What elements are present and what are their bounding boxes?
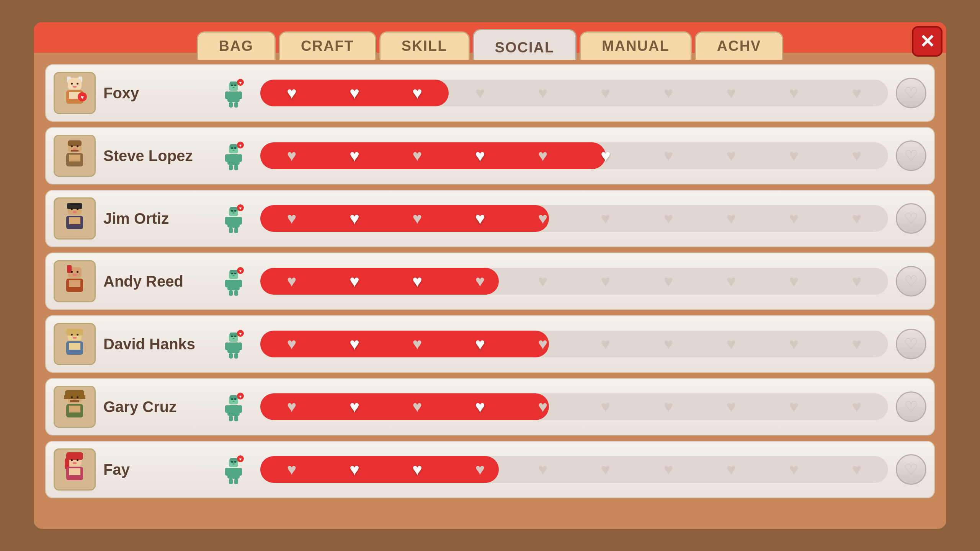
heart-slot-1: ♥: [260, 142, 323, 169]
gift-button-andy_reed[interactable]: ♡: [896, 266, 926, 297]
heart-empty: ♥: [789, 272, 799, 290]
heart-empty: ♥: [601, 460, 611, 479]
heart-slot-7: ♥: [637, 456, 700, 483]
heart-empty: ♥: [475, 460, 485, 479]
heart-empty: ♥: [538, 84, 548, 102]
heart-empty: ♥: [852, 460, 862, 479]
svg-rect-64: [71, 271, 73, 273]
npc-icon-andy_reed: ♥: [218, 264, 253, 298]
heart-slot-3: ♥: [386, 331, 449, 357]
svg-rect-16: [227, 91, 240, 102]
heart-slot-10: ♥: [825, 205, 888, 232]
character-name-foxy: Foxy: [103, 85, 211, 102]
svg-rect-65: [77, 271, 78, 273]
character-row-fay[interactable]: Fay ♥ ♥♥♥♥♥♥♥♥♥♥♡: [45, 441, 935, 498]
heart-filled: ♥: [412, 460, 422, 479]
svg-rect-66: [73, 274, 77, 276]
heart-slot-8: ♥: [700, 331, 763, 357]
heart-slot-2: ♥: [323, 142, 386, 169]
svg-rect-132: [234, 461, 236, 463]
heart-empty: ♥: [852, 272, 862, 290]
tab-manual[interactable]: MANUAL: [580, 31, 692, 60]
tab-bag[interactable]: BAG: [197, 31, 276, 60]
gift-button-jim_ortiz[interactable]: ♡: [896, 203, 926, 234]
svg-rect-12: [230, 82, 237, 86]
svg-rect-116: [238, 405, 242, 413]
character-row-gary_cruz[interactable]: Gary Cruz ♥ ♥♥♥♥♥♥♥♥♥♥♡: [45, 378, 935, 435]
gift-button-steve_lopez[interactable]: ♡: [896, 140, 926, 171]
tab-skill[interactable]: SKILL: [379, 31, 470, 60]
svg-rect-82: [66, 329, 83, 336]
svg-rect-97: [234, 353, 238, 359]
heart-slot-2: ♥: [323, 331, 386, 357]
affection-bar-fay: ♥♥♥♥♥♥♥♥♥♥: [260, 456, 888, 483]
affection-bar-jim_ortiz: ♥♥♥♥♥♥♥♥♥♥: [260, 205, 888, 232]
character-row-foxy[interactable]: ♥ Foxy ♥ ♥♥♥♥♥♥♥♥♥♥♡: [45, 64, 935, 122]
svg-rect-74: [227, 280, 240, 290]
heart-empty: ♥: [852, 147, 862, 165]
heart-slot-10: ♥: [825, 456, 888, 483]
svg-rect-51: [230, 207, 237, 212]
svg-rect-33: [231, 147, 233, 149]
heart-slot-5: ♥: [511, 456, 574, 483]
heart-filled: ♥: [350, 209, 359, 228]
heart-empty: ♥: [664, 460, 673, 479]
svg-rect-87: [69, 343, 80, 350]
heart-slot-6: ♥: [574, 80, 637, 106]
npc-icon-fay: ♥: [218, 452, 253, 487]
heart-filled: ♥: [475, 397, 485, 416]
svg-rect-114: [227, 405, 240, 416]
heart-slot-8: ♥: [700, 268, 763, 295]
avatar-foxy: ♥: [54, 72, 96, 114]
heart-filled: ♥: [412, 272, 422, 291]
svg-rect-54: [232, 212, 235, 214]
heart-empty: ♥: [789, 147, 799, 165]
gift-button-foxy[interactable]: ♡: [896, 78, 926, 108]
svg-rect-4: [71, 83, 73, 85]
gift-button-gary_cruz[interactable]: ♡: [896, 391, 926, 422]
heart-slot-8: ♥: [700, 456, 763, 483]
heart-empty: ♥: [852, 84, 862, 102]
heart-filled: ♥: [350, 334, 359, 354]
tab-social[interactable]: SOCIAL: [473, 29, 577, 60]
heart-slot-10: ♥: [825, 80, 888, 106]
character-row-steve_lopez[interactable]: Steve Lopez ♥ ♥♥♥♥♥♥♥♥♥♥♡: [45, 127, 935, 184]
gift-button-david_hanks[interactable]: ♡: [896, 329, 926, 359]
svg-rect-19: [229, 102, 233, 108]
svg-rect-44: [67, 203, 82, 209]
svg-rect-118: [234, 416, 238, 421]
heart-empty: ♥: [852, 398, 862, 416]
svg-rect-6: [73, 86, 77, 88]
svg-rect-130: [230, 458, 237, 463]
gift-button-fay[interactable]: ♡: [896, 454, 926, 485]
svg-rect-58: [229, 228, 233, 233]
tab-craft[interactable]: CRAFT: [279, 31, 376, 60]
character-row-andy_reed[interactable]: Andy Reed ♥ ♥♥♥♥♥♥♥♥♥♥♡: [45, 253, 935, 310]
character-row-david_hanks[interactable]: David Hanks ♥ ♥♥♥♥♥♥♥♥♥♥♡: [45, 315, 935, 373]
svg-rect-117: [229, 416, 233, 421]
svg-rect-113: [232, 401, 235, 402]
close-button[interactable]: ✕: [912, 26, 942, 57]
svg-rect-18: [238, 91, 242, 99]
heart-empty: ♥: [287, 272, 297, 290]
heart-slot-8: ♥: [700, 393, 763, 420]
heart-slot-5: ♥: [511, 393, 574, 420]
svg-rect-34: [234, 147, 236, 149]
heart-slot-7: ♥: [637, 142, 700, 169]
heart-empty: ♥: [475, 84, 485, 102]
heart-filled: ♥: [350, 460, 359, 479]
svg-rect-55: [227, 217, 240, 228]
svg-rect-5: [77, 83, 78, 85]
svg-rect-32: [230, 144, 237, 149]
tab-achv[interactable]: ACHV: [695, 31, 784, 60]
svg-rect-3: [68, 79, 82, 90]
heart-empty: ♥: [727, 147, 736, 165]
character-row-jim_ortiz[interactable]: Jim Ortiz ♥ ♥♥♥♥♥♥♥♥♥♥♡: [45, 190, 935, 247]
svg-rect-77: [229, 290, 233, 296]
svg-text:♥: ♥: [239, 331, 242, 336]
heart-empty: ♥: [664, 272, 673, 290]
heart-empty: ♥: [789, 398, 799, 416]
heart-empty: ♥: [601, 272, 611, 290]
svg-rect-106: [70, 400, 79, 402]
heart-slot-9: ♥: [763, 456, 825, 483]
